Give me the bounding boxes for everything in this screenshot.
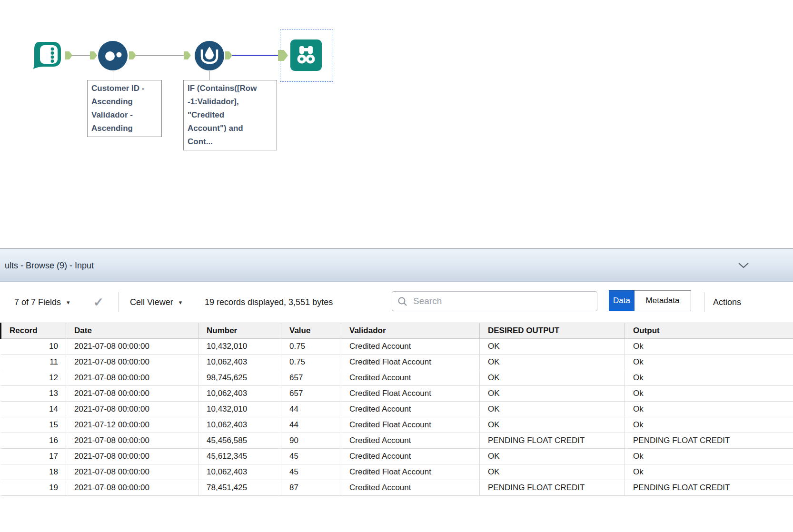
cell-value[interactable]: 90 [281, 433, 341, 449]
cell-validador[interactable]: Credited Account [341, 339, 480, 355]
fields-dropdown[interactable]: 7 of 7 Fields ▾ [14, 282, 70, 323]
cell-output[interactable]: Ok [625, 449, 793, 464]
cell-validador[interactable]: Credited Float Account [341, 417, 480, 433]
cell-number[interactable]: 10,062,403 [198, 464, 281, 480]
table-row[interactable]: 11 2021-07-08 00:00:00 10,062,403 0.75 C… [1, 355, 793, 370]
table-row[interactable]: 18 2021-07-08 00:00:00 10,062,403 45 Cre… [1, 464, 793, 480]
cell-value[interactable]: 44 [281, 417, 341, 433]
cell-date[interactable]: 2021-07-12 00:00:00 [66, 417, 198, 433]
cell-date[interactable]: 2021-07-08 00:00:00 [66, 339, 198, 355]
cell-viewer-dropdown[interactable]: Cell Viewer ▾ [130, 282, 182, 323]
workflow-canvas[interactable]: Customer ID - Ascending Validador - Asce… [0, 0, 793, 248]
cell-date[interactable]: 2021-07-08 00:00:00 [66, 433, 198, 449]
cell-record[interactable]: 10 [1, 339, 66, 355]
cell-output[interactable]: Ok [625, 402, 793, 417]
cell-validador[interactable]: Credited Account [341, 433, 480, 449]
output-anchor-icon[interactable] [65, 51, 72, 59]
cell-value[interactable]: 657 [281, 370, 341, 386]
cell-date[interactable]: 2021-07-08 00:00:00 [66, 355, 198, 370]
table-row[interactable]: 16 2021-07-08 00:00:00 45,456,585 90 Cre… [1, 433, 793, 449]
tab-metadata[interactable]: Metadata [634, 290, 691, 311]
cell-number[interactable]: 78,451,425 [198, 480, 281, 496]
cell-record[interactable]: 15 [1, 417, 66, 433]
table-row[interactable]: 12 2021-07-08 00:00:00 98,745,625 657 Cr… [1, 370, 793, 386]
col-header-desired-output[interactable]: DESIRED OUTPUT [480, 323, 625, 339]
cell-value[interactable]: 45 [281, 464, 341, 480]
output-anchor-icon[interactable] [129, 51, 136, 59]
cell-record[interactable]: 13 [1, 386, 66, 402]
cell-output[interactable]: Ok [625, 355, 793, 370]
cell-number[interactable]: 10,062,403 [198, 355, 281, 370]
browse-tool[interactable] [290, 39, 322, 71]
cell-record[interactable]: 11 [1, 355, 66, 370]
cell-record[interactable]: 19 [1, 480, 66, 496]
cell-validador[interactable]: Credited Account [341, 402, 480, 417]
cell-date[interactable]: 2021-07-08 00:00:00 [66, 480, 198, 496]
input-anchor-icon[interactable] [90, 51, 97, 59]
sort-annotation[interactable]: Customer ID - Ascending Validador - Asce… [87, 80, 162, 137]
cell-output[interactable]: Ok [625, 339, 793, 355]
cell-output[interactable]: PENDING FLOAT CREDIT [625, 433, 793, 449]
connection-sort-formula[interactable] [135, 55, 186, 56]
connection-formula-browse-selected[interactable] [231, 55, 281, 56]
col-header-number[interactable]: Number [198, 323, 281, 339]
cell-record[interactable]: 18 [1, 464, 66, 480]
cell-date[interactable]: 2021-07-08 00:00:00 [66, 464, 198, 480]
cell-record[interactable]: 17 [1, 449, 66, 464]
multi-row-formula-tool[interactable] [194, 40, 225, 71]
table-row[interactable]: 19 2021-07-08 00:00:00 78,451,425 87 Cre… [1, 480, 793, 496]
cell-value[interactable]: 657 [281, 386, 341, 402]
cell-record[interactable]: 14 [1, 402, 66, 417]
search-input[interactable] [392, 292, 597, 311]
cell-output[interactable]: PENDING FLOAT CREDIT [625, 480, 793, 496]
cell-number[interactable]: 10,062,403 [198, 417, 281, 433]
cell-value[interactable]: 44 [281, 402, 341, 417]
formula-annotation[interactable]: IF (Contains([Row -1:Validador], "Credit… [183, 80, 277, 150]
cell-value[interactable]: 0.75 [281, 355, 341, 370]
col-header-validador[interactable]: Validador [341, 323, 480, 339]
table-row[interactable]: 13 2021-07-08 00:00:00 10,062,403 657 Cr… [1, 386, 793, 402]
cell-date[interactable]: 2021-07-08 00:00:00 [66, 370, 198, 386]
table-row[interactable]: 10 2021-07-08 00:00:00 10,432,010 0.75 C… [1, 339, 793, 355]
actions-menu[interactable]: Actions [713, 282, 741, 323]
cell-value[interactable]: 87 [281, 480, 341, 496]
col-header-output[interactable]: Output [625, 323, 793, 339]
collapse-panel-chevron-icon[interactable] [738, 262, 749, 271]
output-anchor-icon[interactable] [225, 51, 232, 59]
cell-value[interactable]: 45 [281, 449, 341, 464]
cell-desired-output[interactable]: OK [480, 449, 625, 464]
cell-number[interactable]: 10,432,010 [198, 402, 281, 417]
cell-desired-output[interactable]: PENDING FLOAT CREDIT [480, 480, 625, 496]
cell-output[interactable]: Ok [625, 417, 793, 433]
cell-validador[interactable]: Credited Float Account [341, 355, 480, 370]
col-header-record[interactable]: Record [1, 323, 66, 339]
cell-record[interactable]: 16 [1, 433, 66, 449]
search-box[interactable] [392, 291, 597, 311]
col-header-value[interactable]: Value [281, 323, 341, 339]
cell-date[interactable]: 2021-07-08 00:00:00 [66, 402, 198, 417]
table-row[interactable]: 14 2021-07-08 00:00:00 10,432,010 44 Cre… [1, 402, 793, 417]
cell-record[interactable]: 12 [1, 370, 66, 386]
cell-validador[interactable]: Credited Float Account [341, 386, 480, 402]
input-data-tool[interactable] [31, 39, 64, 71]
table-row[interactable]: 15 2021-07-12 00:00:00 10,062,403 44 Cre… [1, 417, 793, 433]
cell-desired-output[interactable]: OK [480, 402, 625, 417]
cell-desired-output[interactable]: OK [480, 370, 625, 386]
cell-date[interactable]: 2021-07-08 00:00:00 [66, 449, 198, 464]
tab-data[interactable]: Data [609, 290, 634, 311]
col-header-date[interactable]: Date [66, 323, 198, 339]
cell-validador[interactable]: Credited Float Account [341, 464, 480, 480]
cell-desired-output[interactable]: OK [480, 386, 625, 402]
cell-output[interactable]: Ok [625, 464, 793, 480]
cell-value[interactable]: 0.75 [281, 339, 341, 355]
cell-desired-output[interactable]: OK [480, 464, 625, 480]
cell-output[interactable]: Ok [625, 386, 793, 402]
cell-number[interactable]: 10,062,403 [198, 386, 281, 402]
cell-date[interactable]: 2021-07-08 00:00:00 [66, 386, 198, 402]
cell-number[interactable]: 10,432,010 [198, 339, 281, 355]
apply-checkmark-icon[interactable]: ✓ [93, 282, 104, 323]
sort-tool[interactable] [98, 40, 128, 71]
cell-desired-output[interactable]: OK [480, 417, 625, 433]
cell-validador[interactable]: Credited Account [341, 449, 480, 464]
cell-number[interactable]: 45,456,585 [198, 433, 281, 449]
